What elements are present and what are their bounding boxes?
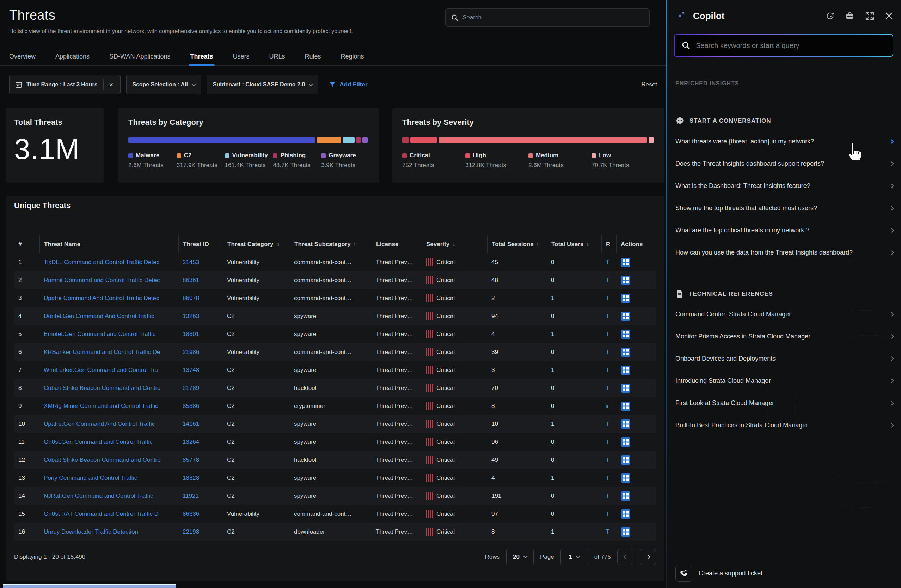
table-actions-icon[interactable] bbox=[620, 401, 631, 412]
subtenant-filter[interactable]: Subtenant : Cloud SASE Demo 2.0 bbox=[207, 75, 318, 94]
table-actions-icon[interactable] bbox=[620, 419, 631, 429]
prev-page-button[interactable] bbox=[617, 549, 633, 565]
threat-id-link[interactable]: 86361 bbox=[182, 277, 199, 284]
r-cell-link[interactable]: T bbox=[606, 295, 609, 301]
briefcase-icon[interactable] bbox=[845, 11, 854, 20]
tab[interactable]: Regions bbox=[341, 48, 364, 65]
copilot-search-input[interactable] bbox=[696, 42, 885, 50]
threat-id-link[interactable]: 18828 bbox=[182, 474, 199, 481]
expand-icon[interactable] bbox=[865, 11, 874, 20]
copilot-search[interactable] bbox=[674, 34, 893, 57]
col-total-users[interactable]: Total Users↑↓ bbox=[547, 236, 602, 253]
threat-id-link[interactable]: 13263 bbox=[182, 313, 199, 320]
global-search[interactable] bbox=[445, 8, 650, 27]
r-cell-link[interactable]: T bbox=[606, 438, 609, 445]
rows-per-page-select[interactable]: 20 bbox=[506, 549, 534, 565]
sort-icon[interactable]: ↑↓ bbox=[586, 242, 589, 247]
table-actions-icon[interactable] bbox=[620, 347, 631, 357]
search-input[interactable] bbox=[463, 14, 644, 21]
tab[interactable]: Overview bbox=[9, 48, 36, 65]
table-actions-icon[interactable] bbox=[620, 527, 631, 537]
sort-icon[interactable]: ↑↓ bbox=[276, 242, 279, 247]
r-cell-link[interactable]: T bbox=[606, 474, 609, 481]
category-bar-segment[interactable] bbox=[356, 137, 361, 143]
severity-bar-segment[interactable] bbox=[438, 137, 647, 143]
reference-link[interactable]: First Look at Strata Cloud Manager bbox=[675, 392, 893, 414]
threat-id-link[interactable]: 86078 bbox=[182, 295, 199, 301]
history-icon[interactable] bbox=[826, 11, 835, 20]
threat-name-link[interactable]: Pony Command and Control Traffic bbox=[44, 474, 137, 481]
threat-id-link[interactable]: 86336 bbox=[182, 510, 199, 517]
reference-link[interactable]: Command Center: Strata Cloud Manager bbox=[675, 303, 893, 325]
threat-id-link[interactable]: 85886 bbox=[182, 402, 199, 409]
table-actions-icon[interactable] bbox=[620, 257, 631, 268]
threat-name-link[interactable]: Upatre.Gen Command And Control Traffic bbox=[44, 421, 155, 427]
threat-id-link[interactable]: 13264 bbox=[182, 438, 199, 445]
threat-name-link[interactable]: Unruy Downloader Traffic Detection bbox=[44, 529, 138, 535]
table-actions-icon[interactable] bbox=[620, 491, 631, 501]
conversation-suggestion[interactable]: What is the Dashboard: Threat Insights f… bbox=[675, 175, 893, 197]
tab[interactable]: Users bbox=[233, 48, 249, 65]
threat-name-link[interactable]: Cobalt Strike Beacon Command and Contro bbox=[44, 457, 161, 463]
tab[interactable]: URLs bbox=[269, 48, 285, 65]
table-actions-icon[interactable] bbox=[620, 473, 631, 483]
threat-name-link[interactable]: XMRig Miner Command and Control Traffic bbox=[44, 402, 158, 409]
threat-name-link[interactable]: Dorifel.Gen Command And Control Traffic bbox=[44, 313, 154, 320]
table-actions-icon[interactable] bbox=[620, 455, 631, 465]
r-cell-link[interactable]: T bbox=[606, 367, 609, 373]
sort-icon[interactable]: ↑↓ bbox=[354, 242, 356, 247]
remove-time-range-icon[interactable]: × bbox=[108, 81, 115, 89]
col-threat-subcategory[interactable]: Threat Subcategory↑↓ bbox=[290, 236, 371, 253]
col-total-sessions[interactable]: Total Sessions↑↓ bbox=[487, 236, 547, 253]
conversation-suggestion[interactable]: What are the top critical threats in my … bbox=[675, 219, 893, 242]
threat-id-link[interactable]: 11921 bbox=[182, 493, 199, 499]
threat-id-link[interactable]: 85778 bbox=[182, 457, 199, 463]
threat-name-link[interactable]: Emotet.Gen Command and Control Traffic bbox=[44, 331, 156, 337]
threat-name-link[interactable]: TixDLL Command and Control Traffic Detec bbox=[44, 259, 159, 265]
r-cell-link[interactable]: T bbox=[606, 510, 609, 517]
tab[interactable]: Rules bbox=[305, 48, 321, 65]
table-actions-icon[interactable] bbox=[620, 365, 631, 376]
threat-name-link[interactable]: KRBanker Command and Control Traffic De bbox=[44, 349, 160, 356]
reset-button[interactable]: Reset bbox=[642, 81, 657, 88]
time-range-filter[interactable]: Time Range : Last 3 Hours × bbox=[9, 75, 120, 94]
scope-selection-filter[interactable]: Scope Selection : All bbox=[126, 75, 201, 94]
tab[interactable]: Applications bbox=[55, 48, 90, 65]
reference-link[interactable]: Built-In Best Practices in Strata Cloud … bbox=[675, 414, 893, 437]
severity-bar-segment[interactable] bbox=[402, 137, 409, 143]
table-actions-icon[interactable] bbox=[620, 509, 631, 519]
threat-name-link[interactable]: Cobalt Strike Beacon Command and Contro bbox=[44, 385, 161, 391]
r-cell-link[interactable]: T bbox=[606, 277, 609, 284]
threat-id-link[interactable]: 21986 bbox=[182, 349, 199, 356]
r-cell-link[interactable]: T bbox=[606, 313, 609, 320]
reference-link[interactable]: Introducing Strata Cloud Manager bbox=[675, 370, 893, 392]
severity-bar-segment[interactable] bbox=[648, 137, 654, 143]
r-cell-link[interactable]: T bbox=[606, 457, 609, 463]
threat-name-link[interactable]: WireLurker.Gen Command and Control Tra bbox=[44, 367, 158, 373]
threat-name-link[interactable]: Upatre Command And Control Traffic Detec bbox=[44, 295, 159, 301]
close-icon[interactable] bbox=[885, 12, 893, 20]
table-actions-icon[interactable] bbox=[620, 275, 631, 285]
sort-icon[interactable]: ↑↓ bbox=[536, 242, 539, 247]
category-bar-segment[interactable] bbox=[362, 137, 368, 143]
threat-name-link[interactable]: NJRat.Gen Command and Control Traffic bbox=[44, 493, 153, 499]
r-cell-link[interactable]: T bbox=[606, 529, 609, 535]
threat-id-link[interactable]: 21789 bbox=[182, 385, 199, 391]
support-ticket-button[interactable] bbox=[675, 565, 692, 582]
r-cell-link[interactable]: ir bbox=[606, 402, 609, 409]
tab[interactable]: Threats bbox=[190, 48, 213, 65]
reference-link[interactable]: Onboard Devices and Deployments bbox=[675, 348, 893, 370]
threat-name-link[interactable]: Ramnit Command and Control Traffic Detec bbox=[44, 277, 160, 284]
add-filter-button[interactable]: Add Filter bbox=[329, 81, 367, 88]
r-cell-link[interactable]: T bbox=[606, 259, 609, 265]
r-cell-link[interactable]: T bbox=[606, 349, 609, 356]
page-select[interactable]: 1 bbox=[561, 549, 588, 565]
r-cell-link[interactable]: T bbox=[606, 331, 609, 337]
r-cell-link[interactable]: T bbox=[606, 385, 609, 391]
table-actions-icon[interactable] bbox=[620, 293, 631, 304]
threat-id-link[interactable]: 21453 bbox=[182, 259, 199, 265]
r-cell-link[interactable]: T bbox=[606, 421, 609, 427]
threat-id-link[interactable]: 18801 bbox=[182, 331, 199, 337]
threat-name-link[interactable]: Gh0st.Gen Command and Control Traffic bbox=[44, 438, 153, 445]
threat-id-link[interactable]: 14161 bbox=[182, 421, 199, 427]
